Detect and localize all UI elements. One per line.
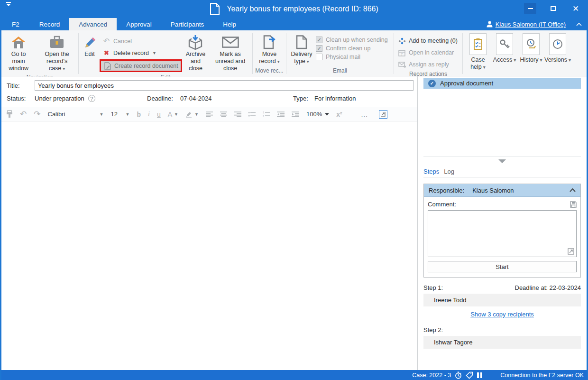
step2-label: Step 2: bbox=[423, 326, 581, 334]
tab-log[interactable]: Log bbox=[444, 168, 454, 175]
font-color-button[interactable]: A▼ bbox=[168, 111, 178, 118]
chevron-down-icon: ▾ bbox=[63, 66, 65, 71]
tab-record[interactable]: Record bbox=[30, 18, 70, 30]
chevron-down-icon: ▾ bbox=[307, 59, 309, 64]
minimize-button[interactable] bbox=[524, 3, 536, 14]
tag-icon[interactable] bbox=[466, 371, 473, 379]
statusbar-connection-text: Connection to the F2 server OK bbox=[500, 372, 584, 379]
responsible-name: Klaus Salomon bbox=[472, 187, 514, 194]
tab-help[interactable]: Help bbox=[213, 18, 246, 30]
tab-steps[interactable]: Steps bbox=[423, 168, 439, 175]
maximize-button[interactable] bbox=[547, 3, 559, 14]
approval-document-item[interactable]: ✓ Approval document bbox=[423, 78, 581, 89]
font-size-select[interactable]: 12 ▼ bbox=[111, 111, 130, 118]
deadline-label: Deadline: bbox=[147, 95, 180, 102]
archive-and-close-label: Archive and close bbox=[186, 51, 206, 72]
increase-indent-icon[interactable] bbox=[292, 111, 299, 117]
create-record-document-button[interactable]: Create record document bbox=[100, 59, 182, 72]
align-right-icon[interactable] bbox=[234, 111, 241, 117]
undo-icon[interactable]: ↶ bbox=[20, 109, 27, 119]
checkbox-clean-up-when-sending[interactable]: ✓ Clean up when sending bbox=[316, 37, 388, 43]
assign-as-reply-button[interactable]: Assign as reply bbox=[395, 59, 461, 70]
person-icon bbox=[487, 21, 493, 28]
more-options-button[interactable]: … bbox=[361, 110, 369, 118]
comment-textarea[interactable] bbox=[428, 210, 577, 257]
main-content: Title: Status: Under preparation ? Deadl… bbox=[1, 76, 587, 370]
stopwatch-icon[interactable] bbox=[455, 371, 462, 379]
ribbon-group-label-email: Email bbox=[287, 66, 393, 76]
open-in-calendar-button[interactable]: 7 Open in calendar bbox=[395, 47, 461, 58]
start-button[interactable]: Start bbox=[428, 261, 577, 272]
cancel-button[interactable]: ↶ Cancel bbox=[100, 36, 182, 46]
close-button[interactable]: ✕ bbox=[570, 3, 582, 14]
record-document-icon bbox=[210, 3, 220, 15]
edit-button[interactable]: Edit bbox=[80, 33, 100, 59]
italic-button[interactable]: i bbox=[148, 111, 150, 118]
assign-as-reply-label: Assign as reply bbox=[409, 61, 449, 68]
open-editor-window-icon[interactable] bbox=[379, 110, 387, 119]
font-size-value: 12 bbox=[111, 111, 118, 118]
numbered-list-icon[interactable]: 12 bbox=[263, 111, 270, 117]
chevron-down-icon: ▾ bbox=[569, 57, 571, 63]
move-record-label: Move record bbox=[259, 51, 276, 65]
delete-x-icon: ✖ bbox=[102, 49, 110, 56]
mark-as-unread-button[interactable]: Mark as unread and close bbox=[209, 33, 251, 73]
chevron-down-icon: ▾ bbox=[514, 57, 516, 63]
create-record-document-label: Create record document bbox=[114, 63, 178, 69]
step2-approver-row[interactable]: Ishwar Tagore bbox=[423, 336, 581, 349]
move-record-button[interactable]: Move record▾ bbox=[255, 33, 284, 66]
delete-record-button[interactable]: ✖ Delete record ▾ bbox=[100, 47, 182, 58]
open-records-case-button[interactable]: Open the record's case▾ bbox=[37, 33, 77, 73]
tab-approval[interactable]: Approval bbox=[117, 18, 161, 30]
delivery-document-icon bbox=[296, 34, 307, 51]
archive-and-close-button[interactable]: Archive and close bbox=[182, 33, 209, 73]
zoom-select[interactable]: 100% bbox=[306, 111, 329, 118]
quick-access-icon[interactable] bbox=[5, 2, 12, 8]
versions-button[interactable]: Versions▾ bbox=[546, 33, 569, 76]
delivery-type-button[interactable]: Delivery type▾ bbox=[287, 33, 316, 66]
decrease-indent-icon[interactable] bbox=[277, 111, 285, 117]
status-help-icon[interactable]: ? bbox=[88, 95, 95, 102]
show-copy-recipients-link[interactable]: Show 3 copy recipients bbox=[470, 311, 534, 318]
save-comment-icon[interactable] bbox=[570, 201, 577, 208]
checkbox-confirm-clean-up[interactable]: ✓ Confirm clean up bbox=[316, 45, 388, 52]
chevron-down-icon: ▾ bbox=[540, 57, 542, 63]
collapse-section-icon[interactable] bbox=[570, 188, 576, 192]
reply-envelope-icon bbox=[398, 62, 406, 68]
pause-icon[interactable] bbox=[477, 372, 482, 378]
editor-toolbar: ↶ ↷ Calibri ▼ 12 ▼ b i u A▼ ▼ bbox=[1, 107, 417, 121]
step1-approver-row[interactable]: Ireene Todd bbox=[423, 294, 581, 306]
checkbox-physical-mail[interactable]: Physical mail bbox=[316, 54, 388, 60]
envelope-icon bbox=[222, 34, 239, 51]
highlight-button[interactable]: ▼ bbox=[185, 111, 199, 118]
go-to-main-window-button[interactable]: Go to main window bbox=[2, 33, 35, 73]
align-left-icon[interactable] bbox=[206, 111, 213, 117]
history-button[interactable]: History▾ bbox=[520, 33, 542, 76]
record-body-editor[interactable] bbox=[1, 121, 417, 370]
title-input[interactable] bbox=[35, 80, 413, 91]
statusbar: Case: 2022 - 3 Connection to the F2 serv… bbox=[1, 370, 587, 380]
superscript-button[interactable]: x² bbox=[336, 111, 342, 118]
responsible-header[interactable]: Responsible: Klaus Salomon bbox=[424, 184, 580, 197]
cancel-label: Cancel bbox=[113, 38, 132, 45]
status-label: Status: bbox=[7, 95, 35, 102]
archive-box-icon bbox=[187, 34, 203, 51]
align-center-icon[interactable] bbox=[220, 111, 227, 117]
access-button[interactable]: Access▾ bbox=[493, 33, 516, 76]
tab-advanced[interactable]: Advanced bbox=[69, 18, 117, 30]
type-label: Type: bbox=[293, 95, 314, 102]
bold-button[interactable]: b bbox=[137, 111, 141, 118]
underline-button[interactable]: u bbox=[157, 111, 161, 118]
bullet-list-icon[interactable] bbox=[248, 111, 256, 117]
case-help-button[interactable]: Case help▾ bbox=[467, 33, 489, 76]
collapse-steps-handle[interactable] bbox=[423, 157, 581, 166]
current-user-link[interactable]: Klaus Salomon (IT Office) bbox=[487, 21, 566, 28]
font-family-select[interactable]: Calibri ▼ bbox=[48, 111, 104, 118]
expand-comment-icon[interactable] bbox=[568, 248, 574, 255]
add-to-meeting-button[interactable]: Add to meeting (0) bbox=[395, 36, 461, 46]
collapse-ribbon-icon[interactable] bbox=[576, 23, 582, 26]
tab-f2[interactable]: F2 bbox=[1, 18, 30, 30]
format-painter-icon[interactable] bbox=[6, 110, 13, 118]
tab-participants[interactable]: Participants bbox=[161, 18, 214, 30]
redo-icon[interactable]: ↷ bbox=[34, 109, 40, 119]
